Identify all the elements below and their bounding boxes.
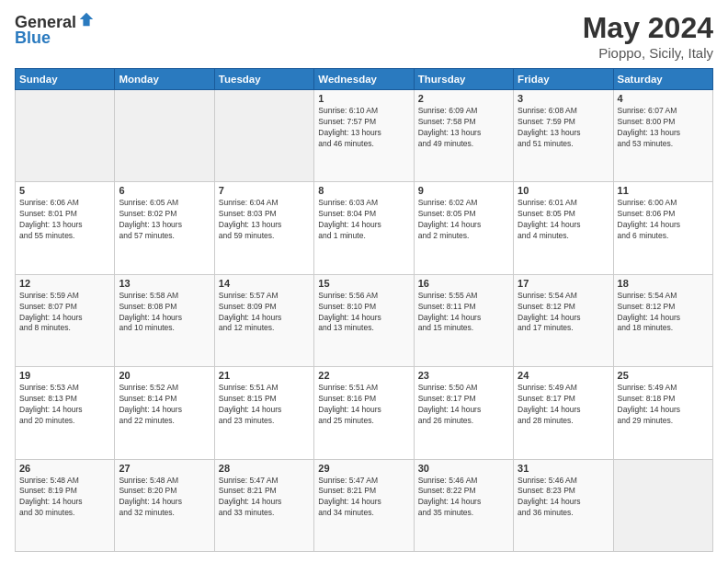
- day-number: 11: [618, 185, 709, 196]
- calendar-cell: 31Sunrise: 5:46 AMSunset: 8:23 PMDayligh…: [514, 459, 613, 551]
- calendar-week-1: 1Sunrise: 6:10 AMSunset: 7:57 PMDaylight…: [16, 90, 713, 182]
- svg-marker-0: [80, 13, 93, 26]
- day-number: 1: [318, 93, 409, 104]
- calendar-cell: 11Sunrise: 6:00 AMSunset: 8:06 PMDayligh…: [613, 182, 712, 274]
- day-info: Sunrise: 6:03 AMSunset: 8:04 PMDaylight:…: [318, 198, 409, 242]
- day-number: 17: [518, 278, 609, 289]
- calendar-cell: [16, 90, 115, 182]
- page: General Blue May 2024 Pioppo, Sicily, It…: [0, 0, 728, 563]
- day-info: Sunrise: 5:50 AMSunset: 8:17 PMDaylight:…: [418, 383, 509, 427]
- day-info: Sunrise: 6:10 AMSunset: 7:57 PMDaylight:…: [318, 106, 409, 150]
- day-info: Sunrise: 6:02 AMSunset: 8:05 PMDaylight:…: [418, 198, 509, 242]
- day-info: Sunrise: 5:59 AMSunset: 8:07 PMDaylight:…: [19, 291, 110, 335]
- calendar-cell: 16Sunrise: 5:55 AMSunset: 8:11 PMDayligh…: [414, 274, 513, 366]
- day-number: 9: [418, 185, 509, 196]
- day-info: Sunrise: 6:07 AMSunset: 8:00 PMDaylight:…: [618, 106, 709, 150]
- calendar-cell: 13Sunrise: 5:58 AMSunset: 8:08 PMDayligh…: [115, 274, 214, 366]
- calendar-cell: 27Sunrise: 5:48 AMSunset: 8:20 PMDayligh…: [115, 459, 214, 551]
- day-info: Sunrise: 5:48 AMSunset: 8:20 PMDaylight:…: [119, 476, 210, 520]
- day-number: 18: [618, 278, 709, 289]
- logo-blue: Blue: [15, 29, 51, 48]
- day-number: 27: [119, 463, 210, 474]
- calendar-cell: [214, 90, 313, 182]
- calendar-cell: 12Sunrise: 5:59 AMSunset: 8:07 PMDayligh…: [16, 274, 115, 366]
- calendar: SundayMondayTuesdayWednesdayThursdayFrid…: [15, 68, 713, 552]
- calendar-cell: 3Sunrise: 6:08 AMSunset: 7:59 PMDaylight…: [514, 90, 613, 182]
- calendar-cell: 4Sunrise: 6:07 AMSunset: 8:00 PMDaylight…: [613, 90, 712, 182]
- calendar-cell: 2Sunrise: 6:09 AMSunset: 7:58 PMDaylight…: [414, 90, 513, 182]
- day-info: Sunrise: 5:55 AMSunset: 8:11 PMDaylight:…: [418, 291, 509, 335]
- day-number: 25: [618, 370, 709, 381]
- day-number: 31: [518, 463, 609, 474]
- day-number: 10: [518, 185, 609, 196]
- logo-icon: [78, 11, 95, 28]
- day-info: Sunrise: 5:47 AMSunset: 8:21 PMDaylight:…: [318, 476, 409, 520]
- calendar-week-4: 19Sunrise: 5:53 AMSunset: 8:13 PMDayligh…: [16, 367, 713, 459]
- day-number: 15: [318, 278, 409, 289]
- day-number: 13: [119, 278, 210, 289]
- day-number: 23: [418, 370, 509, 381]
- calendar-cell: 8Sunrise: 6:03 AMSunset: 8:04 PMDaylight…: [314, 182, 414, 274]
- calendar-cell: 25Sunrise: 5:49 AMSunset: 8:18 PMDayligh…: [613, 367, 712, 459]
- day-info: Sunrise: 5:49 AMSunset: 8:18 PMDaylight:…: [618, 383, 709, 427]
- calendar-cell: 30Sunrise: 5:46 AMSunset: 8:22 PMDayligh…: [414, 459, 513, 551]
- calendar-cell: 21Sunrise: 5:51 AMSunset: 8:15 PMDayligh…: [214, 367, 313, 459]
- day-info: Sunrise: 5:48 AMSunset: 8:19 PMDaylight:…: [19, 476, 110, 520]
- day-info: Sunrise: 5:49 AMSunset: 8:17 PMDaylight:…: [518, 383, 609, 427]
- col-header-sunday: Sunday: [16, 69, 115, 90]
- col-header-friday: Friday: [514, 69, 613, 90]
- day-number: 14: [219, 278, 310, 289]
- day-info: Sunrise: 6:04 AMSunset: 8:03 PMDaylight:…: [219, 198, 310, 242]
- calendar-header-row: SundayMondayTuesdayWednesdayThursdayFrid…: [16, 69, 713, 90]
- day-info: Sunrise: 5:52 AMSunset: 8:14 PMDaylight:…: [119, 383, 210, 427]
- calendar-cell: 14Sunrise: 5:57 AMSunset: 8:09 PMDayligh…: [214, 274, 313, 366]
- header: General Blue May 2024 Pioppo, Sicily, It…: [15, 11, 713, 61]
- day-info: Sunrise: 5:51 AMSunset: 8:15 PMDaylight:…: [219, 383, 310, 427]
- title-block: May 2024 Pioppo, Sicily, Italy: [583, 11, 713, 61]
- day-info: Sunrise: 5:56 AMSunset: 8:10 PMDaylight:…: [318, 291, 409, 335]
- day-number: 22: [318, 370, 409, 381]
- calendar-cell: 23Sunrise: 5:50 AMSunset: 8:17 PMDayligh…: [414, 367, 513, 459]
- calendar-cell: 9Sunrise: 6:02 AMSunset: 8:05 PMDaylight…: [414, 182, 513, 274]
- day-number: 20: [119, 370, 210, 381]
- calendar-cell: [115, 90, 214, 182]
- day-info: Sunrise: 5:54 AMSunset: 8:12 PMDaylight:…: [618, 291, 709, 335]
- calendar-cell: 17Sunrise: 5:54 AMSunset: 8:12 PMDayligh…: [514, 274, 613, 366]
- calendar-cell: 10Sunrise: 6:01 AMSunset: 8:05 PMDayligh…: [514, 182, 613, 274]
- day-info: Sunrise: 5:54 AMSunset: 8:12 PMDaylight:…: [518, 291, 609, 335]
- day-number: 4: [618, 93, 709, 104]
- calendar-cell: 1Sunrise: 6:10 AMSunset: 7:57 PMDaylight…: [314, 90, 414, 182]
- day-number: 26: [19, 463, 110, 474]
- col-header-thursday: Thursday: [414, 69, 513, 90]
- calendar-cell: 24Sunrise: 5:49 AMSunset: 8:17 PMDayligh…: [514, 367, 613, 459]
- col-header-wednesday: Wednesday: [314, 69, 414, 90]
- day-number: 21: [219, 370, 310, 381]
- day-number: 29: [318, 463, 409, 474]
- day-number: 2: [418, 93, 509, 104]
- day-number: 5: [19, 185, 110, 196]
- calendar-cell: 5Sunrise: 6:06 AMSunset: 8:01 PMDaylight…: [16, 182, 115, 274]
- day-info: Sunrise: 5:57 AMSunset: 8:09 PMDaylight:…: [219, 291, 310, 335]
- calendar-cell: 7Sunrise: 6:04 AMSunset: 8:03 PMDaylight…: [214, 182, 313, 274]
- day-info: Sunrise: 6:00 AMSunset: 8:06 PMDaylight:…: [618, 198, 709, 242]
- day-info: Sunrise: 6:05 AMSunset: 8:02 PMDaylight:…: [119, 198, 210, 242]
- calendar-week-5: 26Sunrise: 5:48 AMSunset: 8:19 PMDayligh…: [16, 459, 713, 551]
- subtitle: Pioppo, Sicily, Italy: [583, 45, 713, 61]
- day-number: 8: [318, 185, 409, 196]
- logo: General Blue: [15, 11, 95, 48]
- day-info: Sunrise: 5:53 AMSunset: 8:13 PMDaylight:…: [19, 383, 110, 427]
- day-number: 12: [19, 278, 110, 289]
- day-info: Sunrise: 5:58 AMSunset: 8:08 PMDaylight:…: [119, 291, 210, 335]
- day-number: 30: [418, 463, 509, 474]
- day-info: Sunrise: 6:08 AMSunset: 7:59 PMDaylight:…: [518, 106, 609, 150]
- calendar-cell: 29Sunrise: 5:47 AMSunset: 8:21 PMDayligh…: [314, 459, 414, 551]
- day-number: 19: [19, 370, 110, 381]
- day-info: Sunrise: 6:09 AMSunset: 7:58 PMDaylight:…: [418, 106, 509, 150]
- day-info: Sunrise: 5:46 AMSunset: 8:22 PMDaylight:…: [418, 476, 509, 520]
- calendar-cell: 6Sunrise: 6:05 AMSunset: 8:02 PMDaylight…: [115, 182, 214, 274]
- calendar-cell: 15Sunrise: 5:56 AMSunset: 8:10 PMDayligh…: [314, 274, 414, 366]
- day-info: Sunrise: 6:06 AMSunset: 8:01 PMDaylight:…: [19, 198, 110, 242]
- calendar-cell: 19Sunrise: 5:53 AMSunset: 8:13 PMDayligh…: [16, 367, 115, 459]
- day-info: Sunrise: 5:51 AMSunset: 8:16 PMDaylight:…: [318, 383, 409, 427]
- day-info: Sunrise: 5:46 AMSunset: 8:23 PMDaylight:…: [518, 476, 609, 520]
